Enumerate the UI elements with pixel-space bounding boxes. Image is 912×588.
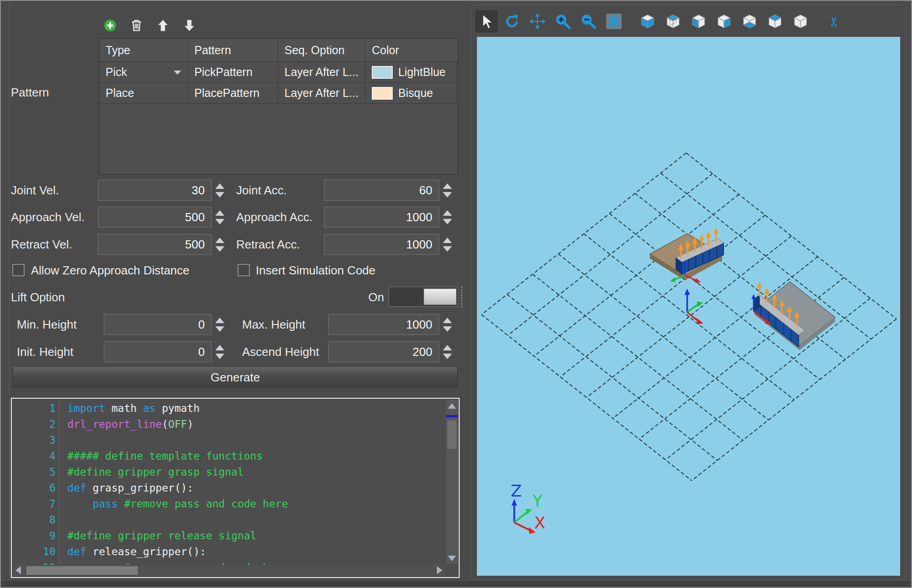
move-row-up-button[interactable] [155, 17, 171, 34]
code-line[interactable]: 3 [12, 432, 445, 448]
joint-vel-field[interactable]: 30 [98, 180, 212, 201]
max-height-field[interactable]: 1000 [328, 314, 439, 335]
seq-option-cell[interactable]: Layer After L... [278, 62, 365, 82]
min-height-stepper[interactable] [214, 314, 226, 335]
scroll-down-icon[interactable] [448, 556, 456, 561]
panel-splitter-grip[interactable] [461, 287, 462, 307]
view-isometric-button[interactable] [790, 10, 811, 32]
retract-acc-stepper[interactable] [441, 234, 453, 255]
pattern-cell[interactable]: PickPattern [188, 62, 278, 82]
type-cell[interactable]: Pick [99, 62, 188, 82]
approach-acc-field[interactable]: 1000 [324, 207, 439, 228]
joint-acc-field[interactable]: 60 [324, 180, 439, 201]
scroll-left-icon[interactable] [15, 566, 21, 574]
retract-vel-field[interactable]: 500 [98, 234, 212, 255]
select-tool-button[interactable] [476, 10, 497, 32]
retract-acc-field[interactable]: 1000 [324, 234, 439, 255]
insert-simulation-code-label: Insert Simulation Code [256, 264, 375, 277]
view-left-button[interactable] [688, 10, 709, 32]
code-line[interactable]: 7 pass #remove pass and code here [12, 496, 445, 512]
approach-acc-label: Approach Acc. [236, 207, 313, 228]
allow-zero-approach-label: Allow Zero Approach Distance [31, 264, 189, 277]
max-height-stepper[interactable] [441, 314, 453, 335]
approach-vel-stepper[interactable] [214, 207, 226, 228]
pattern-table-body: PickPickPatternLayer After L...LightBlue… [99, 62, 458, 104]
zoom-out-button[interactable] [578, 10, 599, 32]
column-header-pattern[interactable]: Pattern [188, 39, 278, 61]
viewport-toolbar: ✂ [476, 9, 845, 34]
column-header-seq-option[interactable]: Seq. Option [278, 39, 365, 61]
code-line[interactable]: 9#define gripper release signal [12, 528, 445, 544]
seq-option-cell[interactable]: Layer After L... [278, 83, 365, 103]
section-cut-button[interactable]: ✂ [823, 10, 845, 32]
3d-scene: Z Y X [477, 37, 900, 576]
color-cell[interactable]: LightBlue [365, 62, 457, 82]
view-back-button[interactable] [662, 10, 684, 32]
max-height-label: Max. Height [242, 314, 305, 335]
line-number: 5 [12, 464, 63, 480]
column-header-type[interactable]: Type [99, 39, 188, 61]
pattern-table-row[interactable]: PickPickPatternLayer After L...LightBlue [99, 62, 458, 83]
code-area[interactable]: 1import math as pymath2drl_report_line(O… [12, 399, 445, 565]
view-bottom-cube-icon [740, 12, 759, 30]
x-axis-label: X [534, 513, 546, 532]
allow-zero-approach-checkbox[interactable] [12, 264, 25, 276]
approach-acc-stepper[interactable] [441, 207, 453, 228]
pan-view-button[interactable] [527, 10, 548, 32]
vertical-scrollbar[interactable] [446, 400, 458, 564]
approach-vel-field[interactable]: 500 [98, 207, 212, 228]
code-line[interactable]: 6def grasp_gripper(): [12, 480, 445, 496]
column-header-color[interactable]: Color [365, 39, 457, 61]
view-left-cube-icon [689, 12, 708, 30]
scissors-icon: ✂ [826, 15, 842, 27]
init-height-field[interactable]: 0 [104, 341, 212, 362]
zoom-in-button[interactable] [552, 10, 574, 32]
joint-vel-stepper[interactable] [214, 180, 226, 201]
vertical-scroll-thumb[interactable] [447, 421, 456, 449]
horizontal-scroll-thumb[interactable] [26, 566, 138, 575]
ascend-height-label: Ascend Height [242, 341, 319, 362]
min-height-field[interactable]: 0 [104, 314, 212, 335]
scroll-up-icon[interactable] [448, 403, 456, 409]
pick-pallet[interactable] [650, 228, 724, 283]
view-right-button[interactable] [713, 10, 735, 32]
dropdown-caret-icon[interactable] [174, 71, 181, 75]
retract-vel-stepper[interactable] [214, 234, 226, 255]
rotate-view-button[interactable] [501, 10, 523, 32]
add-row-button[interactable] [102, 17, 118, 34]
code-line[interactable]: 2drl_report_line(OFF) [12, 416, 445, 432]
scroll-right-icon[interactable] [437, 566, 442, 574]
view-top-button[interactable] [764, 10, 786, 32]
pattern-cell[interactable]: PlacePattern [188, 83, 278, 103]
code-line[interactable]: 4##### define template functions [12, 448, 445, 464]
lift-option-toggle[interactable] [389, 287, 458, 307]
code-line[interactable]: 8 [12, 512, 445, 528]
ascend-height-field[interactable]: 200 [328, 341, 439, 362]
line-number: 8 [12, 512, 63, 528]
view-bottom-button[interactable] [739, 10, 760, 32]
color-swatch [372, 87, 393, 100]
line-number: 9 [12, 528, 63, 544]
ascend-height-stepper[interactable] [441, 341, 453, 362]
pan-icon [529, 13, 546, 30]
code-line[interactable]: 11 pass #remove pass and code here [12, 560, 445, 565]
code-line[interactable]: 5#define gripper grasp signal [12, 464, 445, 480]
joint-acc-stepper[interactable] [441, 180, 453, 201]
view-front-button[interactable] [637, 10, 659, 32]
zoom-in-icon [554, 13, 572, 30]
insert-simulation-code-checkbox[interactable] [238, 264, 250, 276]
pattern-table-row[interactable]: PlacePlacePatternLayer After L...Bisque [99, 83, 458, 104]
code-line[interactable]: 10def release_gripper(): [12, 544, 445, 560]
zoom-fit-button[interactable] [603, 10, 625, 32]
generate-button[interactable]: Generate [13, 367, 458, 387]
delete-row-button[interactable] [128, 17, 145, 34]
init-height-stepper[interactable] [214, 341, 226, 362]
move-row-down-button[interactable] [181, 17, 198, 34]
place-pallet[interactable] [751, 282, 835, 350]
3d-viewport[interactable]: Z Y X [477, 37, 900, 576]
view-back-cube-icon [664, 12, 682, 30]
type-cell[interactable]: Place [99, 83, 188, 103]
code-line[interactable]: 1import math as pymath [12, 400, 445, 416]
horizontal-scrollbar[interactable] [13, 565, 445, 576]
color-cell[interactable]: Bisque [365, 83, 457, 103]
